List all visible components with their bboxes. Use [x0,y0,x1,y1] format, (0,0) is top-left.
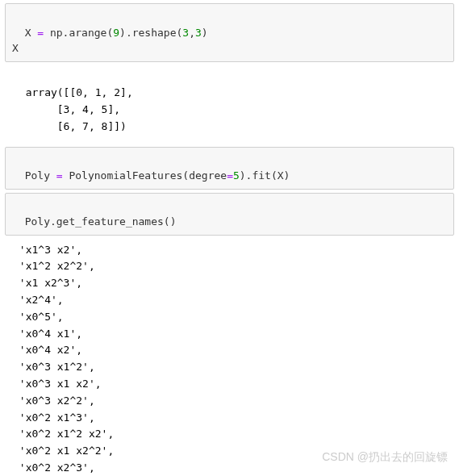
output-line: 'x1^3 x2', [13,242,446,259]
output-cell-1: array([[0, 1, 2], [3, 4, 5], [6, 7, 8]]) [5,64,454,140]
output-line: 'x0^2 x2^3', [13,460,446,476]
output-line: 'x0^4 x1', [13,326,446,343]
code-cell-2[interactable]: Poly = PolynomialFeatures(degree=5).fit(… [5,147,454,190]
code-cell-3[interactable]: Poly.get_feature_names() [5,193,454,236]
output-cell-3: 'x1^3 x2', 'x1^2 x2^2', 'x1 x2^3', 'x2^4… [5,237,454,476]
output-text-1: array([[0, 1, 2], [3, 4, 5], [6, 7, 8]]) [13,86,133,132]
code-content-3: Poly.get_feature_names() [25,215,177,228]
output-line: 'x0^3 x1^2', [13,359,446,376]
output-line: 'x2^4', [13,292,446,309]
code-cell-1[interactable]: X = np.arange(9).reshape(3,3) X [5,3,454,62]
output-line: 'x1 x2^3', [13,275,446,292]
output-line: 'x0^2 x1 x2^2', [13,443,446,460]
output-line: 'x0^3 x2^2', [13,393,446,410]
output-line: 'x0^2 x1^2 x2', [13,426,446,443]
output-line: 'x0^3 x1 x2', [13,376,446,393]
output-line: 'x0^5', [13,309,446,326]
output-line: 'x1^2 x2^2', [13,258,446,275]
code-content-1: X = np.arange(9).reshape(3,3) X [12,27,208,55]
output-line: 'x0^2 x1^3', [13,410,446,427]
code-content-2: Poly = PolynomialFeatures(degree=5).fit(… [25,169,290,182]
output-line: 'x0^4 x2', [13,342,446,359]
